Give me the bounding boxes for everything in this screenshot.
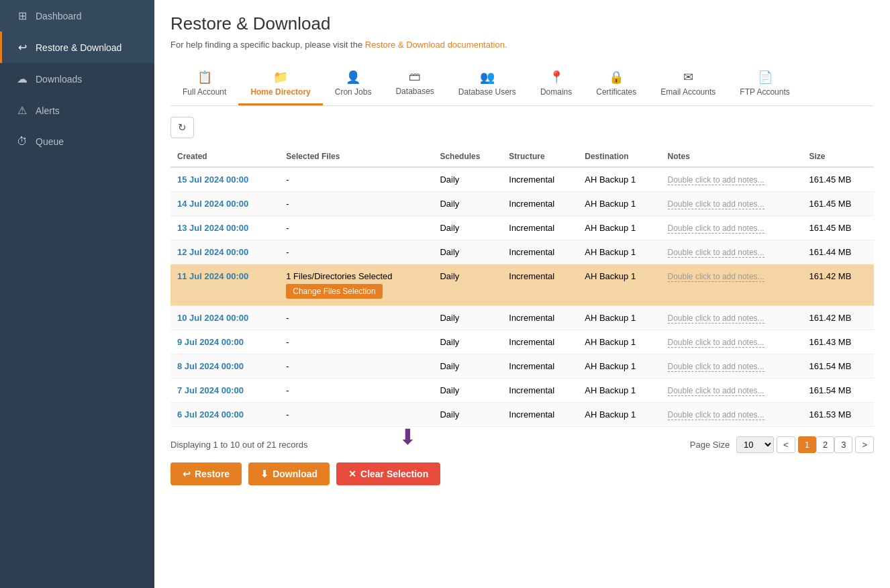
- table-row[interactable]: 10 Jul 2024 00:00-DailyIncrementalAH Bac…: [170, 306, 874, 330]
- pagination-area: Page Size 102550100 < 123 >: [690, 436, 874, 453]
- records-info: Displaying 1 to 10 out of 21 records: [170, 440, 308, 450]
- cell-destination-3: AH Backup 1: [578, 240, 660, 264]
- page-button-3[interactable]: 3: [834, 436, 852, 453]
- table-row[interactable]: 6 Jul 2024 00:00-DailyIncrementalAH Back…: [170, 403, 874, 427]
- cell-notes-7[interactable]: Double click to add notes...: [661, 354, 803, 379]
- col-schedules: Schedules: [433, 146, 502, 167]
- domains-tab-icon: 📍: [549, 70, 564, 85]
- notes-link-0[interactable]: Double click to add notes...: [668, 175, 764, 185]
- restore-download-icon: ↩: [15, 41, 29, 54]
- tab-domains[interactable]: 📍Domains: [528, 63, 584, 105]
- cell-structure-6: Incremental: [502, 330, 578, 354]
- table-body: 15 Jul 2024 00:00-DailyIncrementalAH Bac…: [170, 167, 874, 427]
- cell-notes-5[interactable]: Double click to add notes...: [661, 306, 803, 330]
- cell-created-3: 12 Jul 2024 00:00: [170, 240, 279, 264]
- cell-size-3: 161.44 MB: [802, 240, 874, 264]
- table-row[interactable]: 14 Jul 2024 00:00-DailyIncrementalAH Bac…: [170, 192, 874, 216]
- notes-link-2[interactable]: Double click to add notes...: [668, 224, 764, 234]
- page-button-1[interactable]: 1: [798, 436, 816, 453]
- cell-schedules-0: Daily: [433, 167, 502, 192]
- change-files-button[interactable]: Change Files Selection: [286, 284, 382, 299]
- table-row[interactable]: 8 Jul 2024 00:00-DailyIncrementalAH Back…: [170, 354, 874, 379]
- col-selected-files: Selected Files: [279, 146, 433, 167]
- action-buttons: ↩ Restore ⬇ Download ✕ Clear Selection: [170, 462, 874, 485]
- cell-size-5: 161.42 MB: [802, 306, 874, 330]
- cell-size-9: 161.53 MB: [802, 403, 874, 427]
- next-page-button[interactable]: >: [855, 436, 874, 453]
- tab-ftp-accounts[interactable]: 📄FTP Accounts: [728, 63, 801, 105]
- sidebar: ⊞Dashboard↩Restore & Download☁Downloads⚠…: [0, 0, 154, 588]
- tab-label-domains: Domains: [540, 87, 572, 97]
- cell-size-0: 161.45 MB: [802, 167, 874, 192]
- cell-created-9: 6 Jul 2024 00:00: [170, 403, 279, 427]
- tab-databases[interactable]: 🗃Databases: [383, 63, 446, 105]
- cell-structure-5: Incremental: [502, 306, 578, 330]
- arrow-indicator: ⬇: [399, 426, 417, 448]
- tab-certificates[interactable]: 🔒Certificates: [584, 63, 648, 105]
- cell-notes-6[interactable]: Double click to add notes...: [661, 330, 803, 354]
- notes-link-9[interactable]: Double click to add notes...: [668, 410, 764, 420]
- cell-notes-8[interactable]: Double click to add notes...: [661, 379, 803, 403]
- notes-link-6[interactable]: Double click to add notes...: [668, 338, 764, 348]
- cell-notes-1[interactable]: Double click to add notes...: [661, 192, 803, 216]
- cell-destination-9: AH Backup 1: [578, 403, 660, 427]
- cell-destination-4: AH Backup 1: [578, 264, 660, 306]
- docs-link[interactable]: Restore & Download documentation.: [365, 40, 507, 50]
- cell-destination-1: AH Backup 1: [578, 192, 660, 216]
- notes-link-7[interactable]: Double click to add notes...: [668, 362, 764, 372]
- notes-link-1[interactable]: Double click to add notes...: [668, 199, 764, 209]
- cell-schedules-5: Daily: [433, 306, 502, 330]
- notes-link-4[interactable]: Double click to add notes...: [668, 272, 764, 282]
- sidebar-label-alerts: Alerts: [36, 105, 60, 116]
- table-row[interactable]: 12 Jul 2024 00:00-DailyIncrementalAH Bac…: [170, 240, 874, 264]
- tab-cron-jobs[interactable]: 👤Cron Jobs: [323, 63, 384, 105]
- cell-notes-2[interactable]: Double click to add notes...: [661, 216, 803, 240]
- cell-schedules-1: Daily: [433, 192, 502, 216]
- tab-full-account[interactable]: 📋Full Account: [170, 63, 238, 105]
- tab-database-users[interactable]: 👥Database Users: [446, 63, 528, 105]
- cell-structure-0: Incremental: [502, 167, 578, 192]
- cell-destination-5: AH Backup 1: [578, 306, 660, 330]
- sidebar-label-downloads: Downloads: [36, 74, 82, 85]
- table-row[interactable]: 9 Jul 2024 00:00-DailyIncrementalAH Back…: [170, 330, 874, 354]
- bottom-bar: Displaying 1 to 10 out of 21 records Pag…: [170, 436, 874, 453]
- restore-button[interactable]: ↩ Restore: [170, 462, 242, 485]
- cell-created-7: 8 Jul 2024 00:00: [170, 354, 279, 379]
- col-created: Created: [170, 146, 279, 167]
- table-row[interactable]: 15 Jul 2024 00:00-DailyIncrementalAH Bac…: [170, 167, 874, 192]
- cell-notes-3[interactable]: Double click to add notes...: [661, 240, 803, 264]
- col-destination: Destination: [578, 146, 660, 167]
- tab-label-home-directory: Home Directory: [250, 87, 310, 97]
- clear-icon: ✕: [348, 469, 356, 479]
- sidebar-item-restore-download[interactable]: ↩Restore & Download: [0, 32, 154, 63]
- page-subtitle: For help finding a specific backup, plea…: [170, 40, 874, 50]
- prev-page-button[interactable]: <: [777, 436, 795, 453]
- tab-email-accounts[interactable]: ✉Email Accounts: [648, 63, 728, 105]
- cell-selected-files-7: -: [279, 354, 433, 379]
- clear-selection-button[interactable]: ✕ Clear Selection: [336, 462, 440, 485]
- cell-notes-4[interactable]: Double click to add notes...: [661, 264, 803, 306]
- sidebar-item-queue[interactable]: ⏱Queue: [0, 126, 154, 157]
- refresh-button[interactable]: ↻: [170, 117, 194, 138]
- notes-link-8[interactable]: Double click to add notes...: [668, 386, 764, 396]
- download-button[interactable]: ⬇ Download: [248, 462, 330, 485]
- sidebar-item-dashboard[interactable]: ⊞Dashboard: [0, 0, 154, 32]
- sidebar-item-downloads[interactable]: ☁Downloads: [0, 63, 154, 95]
- notes-link-3[interactable]: Double click to add notes...: [668, 248, 764, 258]
- cell-notes-9[interactable]: Double click to add notes...: [661, 403, 803, 427]
- ftp-accounts-tab-icon: 📄: [758, 70, 773, 85]
- cell-notes-0[interactable]: Double click to add notes...: [661, 167, 803, 192]
- cell-selected-files-8: -: [279, 379, 433, 403]
- table-row[interactable]: 7 Jul 2024 00:00-DailyIncrementalAH Back…: [170, 379, 874, 403]
- page-size-label: Page Size: [690, 440, 730, 450]
- tab-home-directory[interactable]: 📁Home Directory: [238, 63, 322, 105]
- cron-jobs-tab-icon: 👤: [346, 70, 360, 85]
- table-row[interactable]: 13 Jul 2024 00:00-DailyIncrementalAH Bac…: [170, 216, 874, 240]
- cell-schedules-4: Daily: [433, 264, 502, 306]
- table-row[interactable]: 11 Jul 2024 00:001 Files/Directories Sel…: [170, 264, 874, 306]
- cell-selected-files-4[interactable]: 1 Files/Directories SelectedChange Files…: [279, 264, 433, 306]
- page-button-2[interactable]: 2: [816, 436, 834, 453]
- notes-link-5[interactable]: Double click to add notes...: [668, 313, 764, 324]
- sidebar-item-alerts[interactable]: ⚠Alerts: [0, 95, 154, 126]
- page-size-select[interactable]: 102550100: [736, 436, 774, 453]
